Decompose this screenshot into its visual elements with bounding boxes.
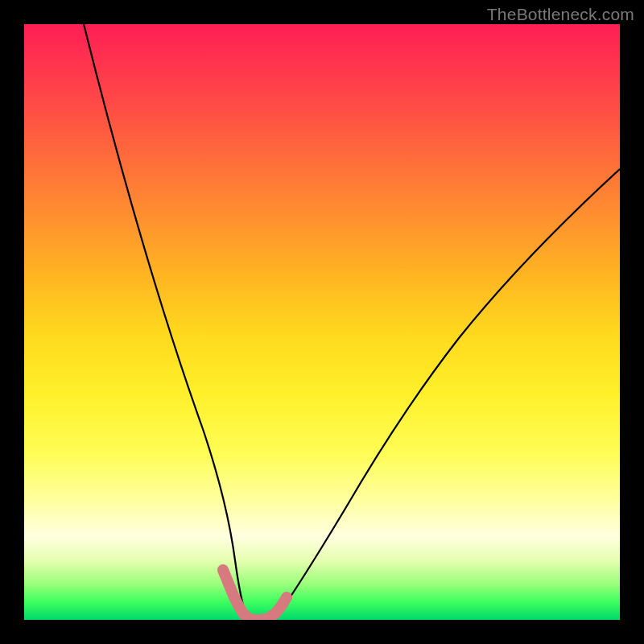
curves-svg: [24, 24, 620, 620]
plot-area: [24, 24, 620, 620]
watermark: TheBottleneck.com: [487, 5, 634, 24]
left-curve: [84, 24, 246, 614]
right-curve: [275, 169, 620, 620]
chart-frame: TheBottleneck.com: [0, 0, 644, 644]
highlight-segment: [223, 570, 287, 620]
